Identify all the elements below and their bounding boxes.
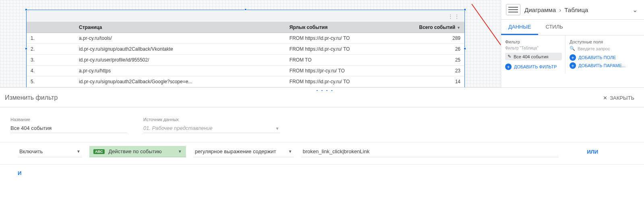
search-placeholder: Введите запрос — [578, 46, 610, 51]
condition-value-input[interactable] — [301, 146, 559, 157]
table-row[interactable]: 2.id.pr-cy.ru/signup/oauth2Callback/Vkon… — [27, 44, 464, 55]
fields-section: Доступные поля 🔍 Введите запрос + ДОБАВИ… — [566, 35, 644, 73]
filter-chip[interactable]: ✎ Все 404 события — [505, 53, 562, 60]
resize-handle[interactable] — [464, 47, 466, 50]
pencil-icon: ✎ — [508, 54, 511, 59]
col-total[interactable]: Всего событий▼ — [404, 22, 464, 33]
row-total: 14 — [404, 76, 464, 87]
drag-handle-icon[interactable]: ⋮⋮ — [448, 13, 460, 20]
filter-chip-label: Все 404 события — [514, 54, 549, 59]
plus-icon: + — [570, 54, 576, 61]
add-param-button[interactable]: + ДОБАВИТЬ ПАРАМЕ... — [570, 62, 641, 70]
table-widget[interactable]: ⋮⋮ Страница Ярлык события Всего событий▼… — [26, 10, 465, 88]
datasource-field-group: Источник данных ▼ — [143, 117, 280, 133]
row-page: a.pr-cy.ru/tools/ — [75, 33, 285, 44]
row-page: id.pr-cy.ru/signup/oauth2Callback/Google… — [75, 76, 285, 87]
plus-icon: + — [570, 62, 576, 69]
col-page[interactable]: Страница — [75, 22, 285, 33]
row-total: 23 — [404, 66, 464, 76]
close-icon: ✕ — [603, 95, 607, 101]
col-label[interactable]: Ярлык события — [285, 22, 404, 33]
sort-desc-icon: ▼ — [457, 26, 460, 30]
data-table: Страница Ярлык события Всего событий▼ 1.… — [27, 22, 464, 87]
condition-row: Включить▼ ABC Действие по событию ▼ регу… — [0, 142, 644, 164]
filter-editor-panel: Изменить фильтр ✕ ЗАКРЫТЬ Название Источ… — [0, 91, 644, 182]
chevron-right-icon: › — [559, 6, 561, 13]
row-page: id.pr-cy.ru/signup/oauth2Callback/Vkonta… — [75, 44, 285, 55]
breadcrumb-root: Диаграмма — [524, 6, 556, 13]
filter-name-input[interactable] — [10, 123, 127, 133]
name-label: Название — [10, 117, 127, 122]
add-filter-button[interactable]: + ДОБАВИТЬ ФИЛЬТР — [505, 63, 562, 71]
chevron-down-icon: ▼ — [178, 149, 182, 154]
dimension-select[interactable]: ABC Действие по событию ▼ — [89, 146, 186, 157]
include-exclude-select[interactable]: Включить▼ — [18, 146, 82, 157]
ds-label: Источник данных — [143, 117, 280, 122]
row-label: FROM https://id.pr-cy.ru/ TO — [285, 33, 404, 44]
tab-style[interactable]: СТИЛЬ — [538, 20, 570, 35]
row-index: 4. — [27, 66, 75, 76]
filter-sublabel: Фильтр "Таблица" — [505, 46, 562, 50]
col-index[interactable] — [27, 22, 75, 33]
row-page: a.pr-cy.ru/https — [75, 66, 285, 76]
breadcrumb[interactable]: Диаграмма › Таблица — [524, 6, 628, 13]
close-button[interactable]: ✕ ЗАКРЫТЬ — [603, 95, 634, 101]
resize-handle[interactable] — [25, 47, 27, 50]
filter-section: Фильтр Фильтр "Таблица" ✎ Все 404 событи… — [501, 35, 566, 73]
editor-title: Изменить фильтр — [5, 94, 58, 101]
chevron-down-icon: ▼ — [275, 126, 279, 131]
abc-type-icon: ABC — [93, 149, 105, 154]
field-search[interactable]: 🔍 Введите запрос — [570, 46, 641, 51]
row-label: FROM TO — [285, 55, 404, 66]
datasource-select[interactable] — [143, 123, 280, 133]
name-field-group: Название — [10, 117, 127, 133]
row-index: 2. — [27, 44, 75, 55]
canvas-area[interactable]: ⋮⋮ Страница Ярлык события Всего событий▼… — [0, 0, 501, 88]
rp-tabs: ДАННЫЕ СТИЛЬ — [501, 20, 644, 35]
row-page: id.pr-cy.ru/user/profile/id/955502/ — [75, 55, 285, 66]
table-row[interactable]: 1.a.pr-cy.ru/tools/FROM https://id.pr-cy… — [27, 33, 464, 44]
chevron-down-icon: ▼ — [288, 149, 292, 154]
filter-label: Фильтр — [505, 39, 562, 44]
table-row[interactable]: 4.a.pr-cy.ru/httpsFROM https://pr-cy.ru/… — [27, 66, 464, 76]
and-button[interactable]: И — [0, 164, 644, 182]
table-row[interactable]: 5.id.pr-cy.ru/signup/oauth2Callback/Goog… — [27, 76, 464, 87]
search-icon: 🔍 — [570, 46, 575, 51]
row-index: 5. — [27, 76, 75, 87]
table-header-bar: ⋮⋮ — [27, 10, 464, 22]
right-panel: Диаграмма › Таблица ⌄ ДАННЫЕ СТИЛЬ Фильт… — [501, 0, 644, 88]
available-fields-label: Доступные поля — [570, 39, 641, 44]
tab-data[interactable]: ДАННЫЕ — [501, 20, 538, 35]
chevron-down-icon: ▼ — [76, 149, 80, 154]
rp-header: Диаграмма › Таблица ⌄ — [501, 0, 644, 20]
row-total: 289 — [404, 33, 464, 44]
row-index: 1. — [27, 33, 75, 44]
chevron-down-icon[interactable]: ⌄ — [632, 6, 639, 14]
add-field-button[interactable]: + ДОБАВИТЬ ПОЛЕ — [570, 53, 641, 62]
row-label: FROM https://id.pr-cy.ru/ TO — [285, 44, 404, 55]
row-label: FROM https://pr-cy.ru/ TO — [285, 66, 404, 76]
row-total: 26 — [404, 44, 464, 55]
operator-select[interactable]: регулярное выражение содержит▼ — [193, 146, 294, 157]
row-total: 25 — [404, 55, 464, 66]
or-button[interactable]: ИЛИ — [587, 149, 626, 155]
table-type-icon[interactable] — [506, 4, 520, 15]
row-index: 3. — [27, 55, 75, 66]
panel-divider[interactable] — [0, 87, 644, 88]
table-row[interactable]: 3.id.pr-cy.ru/user/profile/id/955502/FRO… — [27, 55, 464, 66]
plus-icon: + — [505, 64, 512, 70]
breadcrumb-leaf: Таблица — [564, 6, 588, 13]
row-label: FROM https://id.pr-cy.ru/ TO — [285, 76, 404, 87]
